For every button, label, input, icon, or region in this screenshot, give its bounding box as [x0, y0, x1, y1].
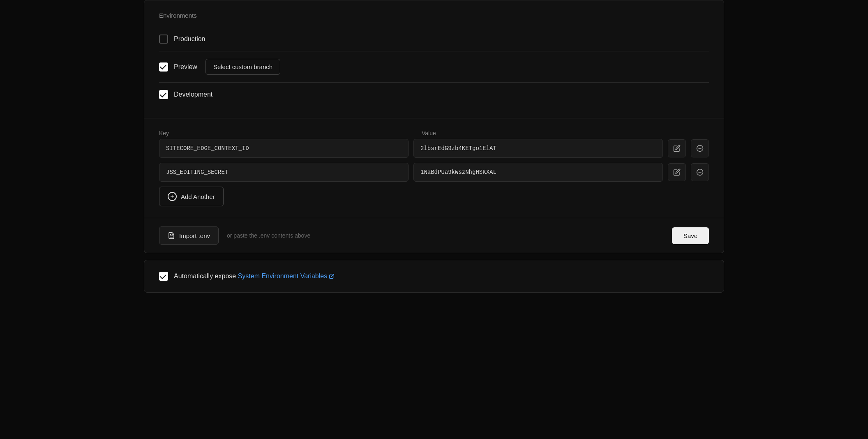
add-another-label: Add Another	[181, 193, 215, 200]
edit-icon-2	[673, 169, 681, 176]
value-column-label: Value	[422, 130, 709, 136]
production-checkbox[interactable]	[159, 35, 168, 44]
preview-checkbox-wrapper: Preview	[159, 62, 197, 72]
edit-button-1[interactable]	[668, 139, 686, 157]
save-button[interactable]: Save	[672, 227, 709, 244]
minus-circle-icon-2	[696, 169, 704, 176]
bottom-card: Automatically expose System Environment …	[144, 260, 724, 293]
key-input-1[interactable]	[159, 139, 409, 158]
kv-column-headers: Key Value	[159, 130, 709, 136]
production-checkbox-wrapper: Production	[159, 35, 205, 44]
import-save-section: Import .env or paste the .env contents a…	[144, 218, 724, 253]
import-hint: or paste the .env contents above	[227, 232, 664, 239]
preview-label: Preview	[174, 63, 197, 71]
add-another-button[interactable]: Add Another	[159, 187, 224, 206]
kv-section: Key Value	[144, 118, 724, 218]
import-env-button[interactable]: Import .env	[159, 226, 219, 245]
env-row-production: Production	[159, 27, 709, 51]
key-input-2[interactable]	[159, 163, 409, 182]
plus-circle-icon	[168, 192, 177, 201]
development-checkbox-wrapper: Development	[159, 90, 212, 99]
system-env-vars-label: System Environment Variables	[238, 273, 328, 280]
minus-circle-icon-1	[696, 145, 704, 152]
development-label: Development	[174, 91, 212, 98]
auto-expose-text: Automatically expose System Environment …	[174, 273, 335, 280]
auto-expose-text-before: Automatically expose	[174, 273, 238, 280]
environments-label: Environments	[159, 12, 709, 19]
key-column-label: Key	[159, 130, 422, 136]
value-input-1[interactable]	[413, 139, 663, 158]
svg-line-6	[331, 274, 334, 277]
edit-button-2[interactable]	[668, 163, 686, 181]
kv-row-1	[159, 139, 709, 158]
system-env-vars-link[interactable]: System Environment Variables	[238, 273, 335, 280]
kv-row-2	[159, 163, 709, 182]
page-container: Environments Production Preview Select c…	[0, 0, 868, 293]
select-branch-button[interactable]: Select custom branch	[205, 59, 280, 75]
preview-checkbox[interactable]	[159, 62, 168, 72]
import-label: Import .env	[179, 232, 210, 239]
main-card: Environments Production Preview Select c…	[144, 0, 724, 253]
auto-expose-checkbox[interactable]	[159, 272, 168, 281]
edit-icon-1	[673, 145, 681, 152]
environments-section: Environments Production Preview Select c…	[144, 0, 724, 118]
value-input-2[interactable]	[413, 163, 663, 182]
external-link-icon	[329, 273, 335, 279]
env-row-development: Development	[159, 83, 709, 106]
remove-button-2[interactable]	[691, 163, 709, 181]
file-icon	[168, 232, 175, 239]
development-checkbox[interactable]	[159, 90, 168, 99]
production-label: Production	[174, 35, 205, 43]
remove-button-1[interactable]	[691, 139, 709, 157]
env-row-preview: Preview Select custom branch	[159, 51, 709, 83]
